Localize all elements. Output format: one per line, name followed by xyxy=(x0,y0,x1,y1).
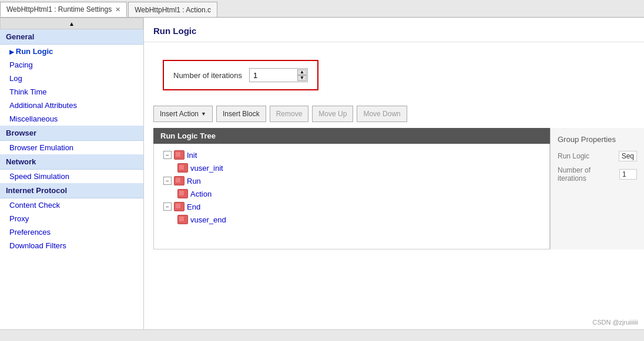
tree-item-run[interactable]: − Run xyxy=(154,174,549,187)
tab-runtime-settings-label: WebHttpHtml1 : Runtime Settings xyxy=(6,5,112,13)
tree-item-vuser-init[interactable]: vuser_init xyxy=(154,161,549,174)
bottom-scrollbar[interactable] xyxy=(0,329,644,341)
sidebar-section-network: Network xyxy=(0,154,143,170)
sidebar-item-additional-attributes[interactable]: Additional Attributes xyxy=(0,99,143,112)
insert-action-dropdown-icon: ▼ xyxy=(201,111,206,117)
tab-runtime-settings[interactable]: WebHttpHtml1 : Runtime Settings ✕ xyxy=(0,2,127,17)
action-label: Action xyxy=(190,190,212,198)
vuser-init-icon xyxy=(177,163,188,173)
iterations-label: Number of iterations xyxy=(173,71,242,80)
sidebar-item-run-logic[interactable]: Run Logic xyxy=(0,45,143,58)
sidebar-item-miscellaneous[interactable]: Miscellaneous xyxy=(0,112,143,126)
tree-item-init[interactable]: − Init xyxy=(154,148,549,161)
sidebar-item-content-check[interactable]: Content Check xyxy=(0,198,143,212)
right-panel-row-iterations: Number of iterations 1 xyxy=(558,166,637,183)
action-icon xyxy=(177,189,188,198)
spin-down-btn[interactable]: ▼ xyxy=(297,75,307,81)
sidebar-item-speed-simulation[interactable]: Speed Simulation xyxy=(0,170,143,183)
right-panel-run-logic-label: Run Logic xyxy=(558,152,589,160)
init-label: Init xyxy=(187,151,197,160)
end-icon xyxy=(174,202,185,211)
insert-action-label: Insert Action xyxy=(160,110,199,118)
spin-buttons: ▲ ▼ xyxy=(297,69,307,81)
run-icon xyxy=(174,176,185,185)
sidebar-item-additional-attributes-label: Additional Attributes xyxy=(9,101,77,110)
sidebar-item-download-filters[interactable]: Download Filters xyxy=(0,239,143,252)
iterations-input-wrapper: ▲ ▼ xyxy=(249,68,308,82)
right-panel-title: Group Properties xyxy=(558,135,637,144)
sidebar-item-think-time[interactable]: Think Time xyxy=(0,85,143,99)
tree-header: Run Logic Tree xyxy=(153,128,550,144)
tree-body: − Init vuser_init − xyxy=(153,144,550,249)
vuser-end-label: vuser_end xyxy=(190,215,226,224)
insert-block-label: Insert Block xyxy=(223,110,260,118)
spin-up-btn[interactable]: ▲ xyxy=(297,69,307,75)
right-panel-iterations-value: 1 xyxy=(619,169,637,180)
sidebar-item-miscellaneous-label: Miscellaneous xyxy=(9,114,58,123)
sidebar-item-proxy[interactable]: Proxy xyxy=(0,212,143,225)
remove-label: Remove xyxy=(276,110,303,118)
right-panel-row-run-logic: Run Logic Seq xyxy=(558,151,637,161)
sidebar-item-speed-simulation-label: Speed Simulation xyxy=(9,172,69,181)
sidebar-item-browser-emulation[interactable]: Browser Emulation xyxy=(0,141,143,154)
iterations-section: Number of iterations ▲ ▼ xyxy=(163,60,318,90)
sidebar-section-general: General xyxy=(0,29,143,45)
remove-button[interactable]: Remove xyxy=(270,106,309,122)
move-down-label: Move Down xyxy=(363,110,400,118)
insert-action-button[interactable]: Insert Action ▼ xyxy=(153,106,213,122)
sidebar-section-internet-protocol: Internet Protocol xyxy=(0,183,143,198)
sidebar-item-proxy-label: Proxy xyxy=(9,214,29,223)
tab-close-icon[interactable]: ✕ xyxy=(115,6,120,13)
sidebar-item-log[interactable]: Log xyxy=(0,72,143,85)
action-toolbar: Insert Action ▼ Insert Block Remove Move… xyxy=(144,100,644,128)
content-area: ▲ General Run Logic Pacing Log Think Tim… xyxy=(0,18,644,329)
sidebar-item-content-check-label: Content Check xyxy=(9,201,60,210)
panel-title: Run Logic xyxy=(144,18,644,42)
right-panel-iterations-label: Number of iterations xyxy=(558,166,619,183)
tree-item-action[interactable]: Action xyxy=(154,187,549,200)
vuser-init-label: vuser_init xyxy=(190,164,223,173)
tree-item-end[interactable]: − End xyxy=(154,200,549,213)
right-panel-run-logic-value: Seq xyxy=(619,151,637,161)
sidebar-item-preferences-label: Preferences xyxy=(9,228,51,237)
tree-item-vuser-end[interactable]: vuser_end xyxy=(154,213,549,226)
init-icon xyxy=(174,150,185,160)
sidebar-item-download-filters-label: Download Filters xyxy=(9,241,66,250)
move-down-button[interactable]: Move Down xyxy=(357,106,407,122)
sidebar-item-think-time-label: Think Time xyxy=(9,87,47,96)
sidebar-item-pacing[interactable]: Pacing xyxy=(0,58,143,72)
tab-action-label: WebHttpHtml1 : Action.c xyxy=(135,6,211,14)
sidebar-item-pacing-label: Pacing xyxy=(9,60,33,69)
insert-block-button[interactable]: Insert Block xyxy=(216,106,266,122)
right-panel: Group Properties Run Logic Seq Number of… xyxy=(550,128,644,249)
main-container: WebHttpHtml1 : Runtime Settings ✕ WebHtt… xyxy=(0,0,644,341)
sidebar-item-browser-emulation-label: Browser Emulation xyxy=(9,143,73,152)
sidebar-item-preferences[interactable]: Preferences xyxy=(0,225,143,239)
tab-bar: WebHttpHtml1 : Runtime Settings ✕ WebHtt… xyxy=(0,0,644,18)
sidebar: ▲ General Run Logic Pacing Log Think Tim… xyxy=(0,18,144,329)
sidebar-scroll-up[interactable]: ▲ xyxy=(0,18,143,29)
main-panel: Run Logic Number of iterations ▲ ▼ xyxy=(144,18,644,329)
move-up-label: Move Up xyxy=(318,110,347,118)
sidebar-item-log-label: Log xyxy=(9,74,22,83)
end-label: End xyxy=(187,202,200,211)
tree-section: Run Logic Tree − Init vuser_init xyxy=(153,128,550,249)
watermark: CSDN @zjruiiiiii xyxy=(592,319,638,326)
run-label: Run xyxy=(187,177,201,185)
run-expand-icon[interactable]: − xyxy=(163,177,172,185)
tab-action[interactable]: WebHttpHtml1 : Action.c xyxy=(128,2,217,17)
init-expand-icon[interactable]: − xyxy=(163,151,172,159)
sidebar-item-run-logic-label: Run Logic xyxy=(16,47,53,56)
sidebar-section-browser: Browser xyxy=(0,126,143,141)
move-up-button[interactable]: Move Up xyxy=(312,106,353,122)
end-expand-icon[interactable]: − xyxy=(163,202,172,211)
vuser-end-icon xyxy=(177,215,188,224)
